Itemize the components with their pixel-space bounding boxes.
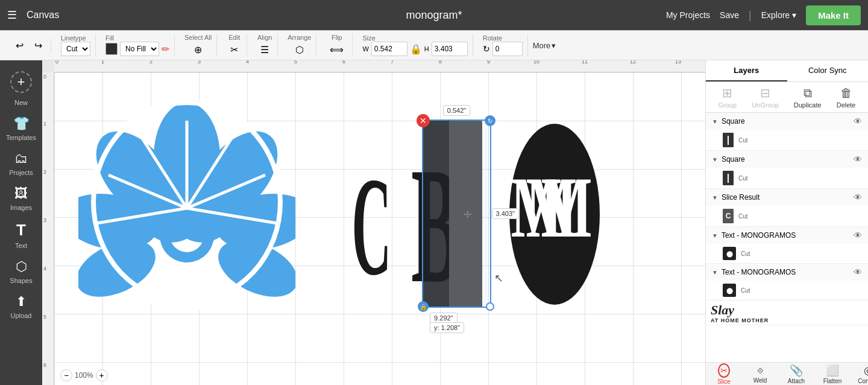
ungroup-icon: ⊟ xyxy=(760,86,770,100)
layer-section-text2: ▼ Text - MONOGRAMOS 👁 ⬤ Cut Slay AT HOME… xyxy=(706,264,868,325)
ruler-vertical: 0 1 2 3 4 5 6 xyxy=(42,72,54,385)
layer-item-square2[interactable]: | Cut xyxy=(706,168,868,188)
tab-color-sync[interactable]: Color Sync xyxy=(787,60,869,81)
layer-cut-slice: Cut xyxy=(738,213,748,220)
flatten-button[interactable]: ⬜ Flatten xyxy=(814,364,851,384)
rotate-icon: ↻ xyxy=(483,44,490,54)
lock-handle[interactable]: 🔒 xyxy=(418,301,429,312)
delete-handle[interactable]: ✕ xyxy=(417,114,430,127)
hamburger-icon[interactable]: ☰ xyxy=(7,8,17,22)
canvas-grid: C B ✛ M M M xyxy=(54,72,705,385)
chevron-icon: ▼ xyxy=(712,118,718,125)
chevron-icon: ▼ xyxy=(712,194,718,201)
eye-icon[interactable]: 👁 xyxy=(854,154,862,164)
layer-item-square1[interactable]: | Cut xyxy=(706,130,868,150)
zoom-out-button[interactable]: − xyxy=(60,369,72,381)
slice-icon: ✂ xyxy=(718,363,730,378)
eye-icon[interactable]: 👁 xyxy=(854,192,862,202)
sidebar-item-templates[interactable]: 👕 Templates xyxy=(0,111,42,146)
layer-header-text1[interactable]: ▼ Text - MONOGRAMOS 👁 xyxy=(706,227,868,244)
layer-section-text1: ▼ Text - MONOGRAMOS 👁 ⬤ Cut xyxy=(706,227,868,264)
shapes-icon: ⬡ xyxy=(16,259,27,275)
save-button[interactable]: Save xyxy=(720,10,739,20)
toolbar: ↩ ↪ Linetype Cut Fill No Fill ✏ Select A… xyxy=(0,30,868,60)
edit-button[interactable]: ✂ xyxy=(227,42,242,57)
rotate-input[interactable] xyxy=(492,42,523,56)
resize-handle-br[interactable] xyxy=(486,302,494,311)
delete-button[interactable]: 🗑 Delete xyxy=(837,86,856,109)
undo-button[interactable]: ↩ xyxy=(12,38,27,52)
cursor: ↖ xyxy=(494,272,503,285)
layer-cut-text2: Cut xyxy=(741,287,750,294)
rotate-group: Rotate ↻ xyxy=(478,34,528,56)
sidebar-item-images[interactable]: 🖼 Images xyxy=(0,181,42,216)
edit-color-icon[interactable]: ✏ xyxy=(162,43,169,55)
layer-cut-square2: Cut xyxy=(738,175,748,182)
rotate-handle[interactable]: ↻ xyxy=(485,115,495,126)
weld-button[interactable]: ⟐ Weld xyxy=(742,364,778,384)
canvas-area[interactable]: 0 1 2 3 4 5 6 7 8 9 10 11 12 13 0 1 2 3 … xyxy=(42,60,705,385)
undo-redo-group: ↩ ↪ xyxy=(7,38,51,52)
layer-header-text2[interactable]: ▼ Text - MONOGRAMOS 👁 xyxy=(706,264,868,281)
edit-label: Edit xyxy=(228,34,240,41)
nav-right: My Projects Save | Explore ▾ Make It xyxy=(666,5,861,25)
sidebar-item-new[interactable]: + New xyxy=(0,63,42,111)
redo-button[interactable]: ↪ xyxy=(31,38,46,52)
layers-list: ▼ Square 👁 | Cut ▼ Square 👁 xyxy=(706,113,868,362)
layer-section-slice: ▼ Slice Result 👁 C Cut xyxy=(706,189,868,227)
select-all-button[interactable]: ⊕ xyxy=(190,42,206,57)
duplicate-button[interactable]: ⧉ Duplicate xyxy=(794,86,822,109)
edit-group: Edit ✂ xyxy=(222,34,247,57)
zoom-in-button[interactable]: + xyxy=(96,369,108,381)
eye-icon[interactable]: 👁 xyxy=(854,267,862,277)
slice-button[interactable]: ✂ Slice xyxy=(706,363,742,385)
projects-label: Projects xyxy=(9,169,33,176)
ruler-0: 0 xyxy=(55,60,58,65)
sidebar-item-shapes[interactable]: ⬡ Shapes xyxy=(0,254,42,289)
upload-icon: ⬆ xyxy=(16,294,27,310)
panel-toolbar: ⊞ Group ⊟ UnGroup ⧉ Duplicate 🗑 Delete xyxy=(706,82,868,113)
group-button[interactable]: ⊞ Group xyxy=(719,86,737,109)
sidebar-new-label: New xyxy=(14,99,28,106)
chevron-icon: ▼ xyxy=(712,269,718,276)
images-icon: 🖼 xyxy=(14,186,28,202)
layer-section-square1: ▼ Square 👁 | Cut xyxy=(706,113,868,151)
more-button[interactable]: More ▾ xyxy=(533,41,556,50)
explore-button[interactable]: Explore ▾ xyxy=(761,10,796,20)
fill-group: Fill No Fill ✏ xyxy=(101,34,175,56)
fill-label: Fill xyxy=(105,34,169,42)
new-add-icon: + xyxy=(10,71,32,93)
fill-color-swatch[interactable] xyxy=(105,43,118,55)
eye-icon[interactable]: 👁 xyxy=(854,116,862,126)
align-button[interactable]: ☰ xyxy=(257,42,272,57)
arrange-button[interactable]: ⬡ xyxy=(292,42,307,57)
flip-button[interactable]: ⟺ xyxy=(326,42,347,57)
contour-button[interactable]: ◎ Contour xyxy=(851,364,868,384)
zoom-level: 100% xyxy=(75,371,93,380)
layer-cut-text1: Cut xyxy=(741,250,750,257)
tab-layers[interactable]: Layers xyxy=(706,60,787,81)
sidebar-item-upload[interactable]: ⬆ Upload xyxy=(0,289,42,324)
layer-thumb-square1: | xyxy=(723,133,734,147)
width-input[interactable] xyxy=(371,42,407,56)
layer-title-text2: Text - MONOGRAMOS xyxy=(722,268,850,276)
attach-button[interactable]: 📎 Attach xyxy=(778,364,814,384)
sidebar-item-text[interactable]: T Text xyxy=(0,216,42,254)
linetype-select[interactable]: Cut xyxy=(61,42,90,56)
make-it-button[interactable]: Make It xyxy=(806,5,861,25)
lock-icon[interactable]: 🔒 xyxy=(410,43,422,55)
sidebar-item-projects[interactable]: 🗂 Projects xyxy=(0,146,42,181)
ungroup-button[interactable]: ⊟ UnGroup xyxy=(752,86,779,109)
layer-header-square2[interactable]: ▼ Square 👁 xyxy=(706,151,868,168)
height-input[interactable] xyxy=(432,42,468,56)
my-projects-button[interactable]: My Projects xyxy=(666,10,710,20)
layer-item-slice[interactable]: C Cut xyxy=(706,206,868,226)
layer-item-text2[interactable]: ⬤ Cut xyxy=(706,281,868,300)
projects-icon: 🗂 xyxy=(14,151,28,167)
eye-icon[interactable]: 👁 xyxy=(854,231,862,240)
ruler-horizontal: 0 1 2 3 4 5 6 7 8 9 10 11 12 13 xyxy=(54,60,705,72)
fill-select[interactable]: No Fill xyxy=(120,42,159,56)
layer-item-text1[interactable]: ⬤ Cut xyxy=(706,244,868,263)
layer-header-slice[interactable]: ▼ Slice Result 👁 xyxy=(706,189,868,206)
layer-header-square1[interactable]: ▼ Square 👁 xyxy=(706,113,868,130)
